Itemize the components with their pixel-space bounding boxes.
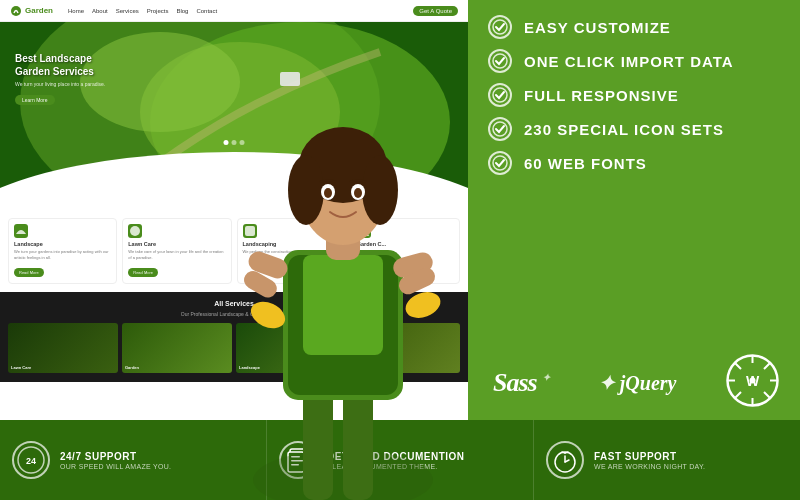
hero-subtitle: We turn your living place into a paradis…	[15, 81, 105, 88]
check-icon-4	[488, 117, 512, 141]
bottom-support-desc: OUR SPEED WILL AMAZE YOU.	[60, 463, 254, 470]
service-btn-2[interactable]: Read More	[128, 268, 158, 277]
nav-projects[interactable]: Projects	[147, 8, 169, 14]
svg-point-30	[354, 188, 362, 198]
service-btn-1[interactable]: Read More	[14, 268, 44, 277]
svg-point-26	[362, 155, 398, 225]
sass-logo: Sass ✦	[493, 368, 549, 398]
feature-item-2: ONE CLICK IMPORT DATA	[488, 49, 780, 73]
svg-rect-15	[303, 255, 383, 355]
feature-label-4: 230 SPECIAL ICON SETS	[524, 121, 724, 138]
wordpress-logo: W	[725, 353, 780, 412]
landscape-icon	[14, 224, 28, 238]
check-icon-5	[488, 151, 512, 175]
fast-support-icon	[546, 441, 584, 479]
bottom-item-support: 24 24/7 SUPPORT OUR SPEED WILL AMAZE YOU…	[0, 420, 267, 500]
service-title-1: Landscape	[14, 241, 111, 247]
bottom-fast-title: FAST SUPPORT	[594, 451, 788, 462]
support-24-icon: 24	[12, 441, 50, 479]
nav-about[interactable]: About	[92, 8, 108, 14]
hero-text: Best LandscapeGarden Services We turn yo…	[15, 52, 105, 106]
feature-item-4: 230 SPECIAL ICON SETS	[488, 117, 780, 141]
service-card-1: Landscape We turn your gardens into para…	[8, 218, 117, 284]
svg-point-8	[130, 226, 140, 236]
service-desc-1: We turn your gardens into paradise by ac…	[14, 249, 111, 260]
features-list: EASY CUSTOMIZE ONE CLICK IMPORT DATA	[468, 0, 800, 348]
grid-item-1: Lawn Care	[8, 323, 118, 373]
service-title-2: Lawn Care	[128, 241, 225, 247]
dot-2[interactable]	[232, 140, 237, 145]
nav-links: Home About Services Projects Blog Contac…	[68, 8, 217, 14]
svg-rect-7	[280, 72, 300, 86]
svg-text:24: 24	[26, 456, 36, 466]
nav-services[interactable]: Services	[116, 8, 139, 14]
feature-label-5: 60 WEB FONTS	[524, 155, 647, 172]
hero-learn-btn[interactable]: Learn More	[15, 95, 55, 105]
grid-item-2: Garden	[122, 323, 232, 373]
nav-blog[interactable]: Blog	[176, 8, 188, 14]
mockup-navbar: Garden Home About Services Projects Blog…	[0, 0, 468, 22]
bottom-item-fast: FAST SUPPORT WE ARE WORKING NIGHT DAY.	[534, 420, 800, 500]
feature-label-1: EASY CUSTOMIZE	[524, 19, 671, 36]
woman-overlay	[238, 100, 448, 500]
feature-item-1: EASY CUSTOMIZE	[488, 15, 780, 39]
svg-text:W: W	[746, 373, 760, 389]
check-icon-2	[488, 49, 512, 73]
bottom-fast-text: FAST SUPPORT WE ARE WORKING NIGHT DAY.	[594, 451, 788, 470]
check-icon-3	[488, 83, 512, 107]
bottom-support-title: 24/7 SUPPORT	[60, 451, 254, 462]
feature-label-3: FULL RESPONSIVE	[524, 87, 679, 104]
hero-title: Best LandscapeGarden Services	[15, 52, 105, 78]
feature-label-2: ONE CLICK IMPORT DATA	[524, 53, 734, 70]
service-card-2: Lawn Care We take care of your lawn in y…	[122, 218, 231, 284]
feature-item-3: FULL RESPONSIVE	[488, 83, 780, 107]
feature-item-5: 60 WEB FONTS	[488, 151, 780, 175]
check-icon-1	[488, 15, 512, 39]
svg-point-25	[288, 155, 324, 225]
svg-point-29	[324, 188, 332, 198]
lawncare-icon	[128, 224, 142, 238]
nav-home[interactable]: Home	[68, 8, 84, 14]
nav-logo: Garden	[10, 5, 53, 17]
nav-contact[interactable]: Contact	[196, 8, 217, 14]
jquery-logo: ✦ jQuery	[598, 371, 677, 395]
service-desc-2: We take care of your lawn in your life a…	[128, 249, 225, 260]
dot-1[interactable]	[224, 140, 229, 145]
bottom-fast-desc: WE ARE WORKING NIGHT DAY.	[594, 463, 788, 470]
svg-point-20	[247, 297, 290, 334]
nav-cta-button[interactable]: Get A Quote	[413, 6, 458, 16]
bottom-support-text: 24/7 SUPPORT OUR SPEED WILL AMAZE YOU.	[60, 451, 254, 470]
